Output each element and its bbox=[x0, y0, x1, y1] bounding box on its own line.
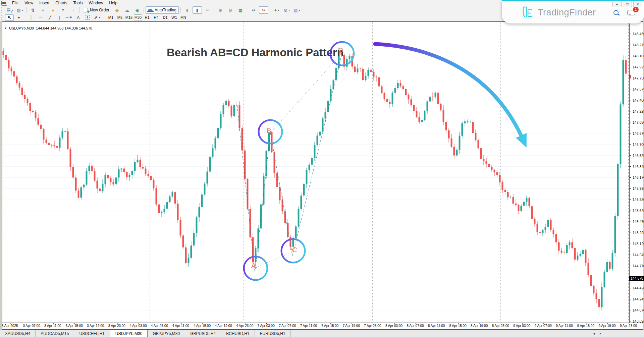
toolbar-separator bbox=[214, 7, 214, 13]
price-tick-label: 145.295 bbox=[633, 231, 644, 235]
trendline-button[interactable]: ╱ bbox=[46, 14, 54, 21]
profiles-button[interactable]: ▥ ▾ bbox=[15, 6, 24, 14]
zoom-in-icon: ⊕ bbox=[219, 8, 222, 12]
tab-timeframe-m1[interactable]: M1 bbox=[107, 14, 115, 20]
market-watch-button[interactable]: ⇅ bbox=[28, 6, 38, 14]
time-tick-label: 7 Apr 07:00 bbox=[279, 324, 296, 328]
tab-timeframe-w1[interactable]: W1 bbox=[170, 14, 178, 20]
zoom-in-button[interactable]: ⊕ bbox=[216, 6, 225, 14]
chart-shift-button[interactable]: ↪ bbox=[259, 6, 268, 14]
time-tick-label: 4 Apr 19:00 bbox=[215, 324, 232, 328]
line-chart-button[interactable]: ≈ bbox=[203, 6, 212, 14]
tab-gbpusd[interactable]: GBPUSDb,H4 bbox=[185, 330, 221, 337]
tab-bchusd[interactable]: BCHUSD,H1 bbox=[221, 330, 255, 337]
minimize-button[interactable]: – bbox=[612, 1, 622, 7]
restore-button[interactable]: □ bbox=[623, 1, 632, 7]
horizontal-line-button[interactable]: ─ bbox=[36, 14, 45, 21]
close-button[interactable]: × bbox=[633, 1, 642, 7]
price-tick-label: 144.770 bbox=[633, 264, 644, 268]
tab-usdchf[interactable]: USDCHFb,H1 bbox=[74, 330, 110, 337]
text-tool-button[interactable]: A bbox=[74, 14, 83, 21]
menu-insert[interactable]: Insert bbox=[36, 0, 52, 6]
tile-windows-button[interactable]: ▦ bbox=[236, 6, 245, 14]
app-icon bbox=[1, 1, 7, 6]
menu-file[interactable]: File bbox=[9, 0, 21, 6]
menu-charts[interactable]: Charts bbox=[52, 0, 70, 6]
price-tick-label: 147.400 bbox=[633, 98, 644, 102]
price-tick-label: 145.820 bbox=[633, 198, 644, 202]
autotrading-button[interactable]: AutoTrading bbox=[146, 6, 179, 14]
toolbar-separator bbox=[247, 7, 247, 13]
navigator-button[interactable]: ★ bbox=[48, 6, 58, 14]
tab-audcad[interactable]: AUDCADb,M15 bbox=[36, 330, 74, 337]
terminal-button[interactable]: ≡ bbox=[58, 6, 68, 14]
tab-timeframe-m5[interactable]: M5 bbox=[116, 14, 124, 20]
pattern-point-label-c: C bbox=[292, 246, 297, 254]
new-chart-button[interactable]: ▤+ ▾ bbox=[5, 6, 14, 14]
price-tick-label: 146.170 bbox=[633, 175, 644, 179]
time-tick-label: 9 Apr 03:00 bbox=[513, 324, 530, 328]
price-tick-label: 147.050 bbox=[633, 120, 644, 124]
text-label-button[interactable]: T bbox=[83, 14, 92, 21]
data-window-icon: + bbox=[42, 8, 44, 12]
channel-button[interactable]: ∥ bbox=[55, 14, 64, 21]
tab-scroll-left[interactable]: ◂ bbox=[593, 332, 595, 335]
time-tick-label: 4 Apr 07:00 bbox=[151, 324, 168, 328]
periods-button[interactable]: ⊙ ▾ bbox=[282, 6, 291, 14]
time-tick-label: 8 Apr 19:00 bbox=[471, 324, 488, 328]
toolbar-separator bbox=[144, 7, 144, 13]
tab-gbpjpy[interactable]: GBPJPYb,M30 bbox=[148, 330, 185, 337]
tab-usdjpy-active[interactable]: USDJPYb,M30 bbox=[110, 330, 148, 337]
menu-tools[interactable]: Tools bbox=[70, 0, 86, 6]
navigator-icon: ★ bbox=[51, 8, 55, 12]
price-tick-label: 148.100 bbox=[633, 54, 644, 58]
price-tick-label: 147.750 bbox=[633, 76, 644, 80]
market-button[interactable]: ☁ bbox=[122, 6, 132, 14]
tab-timeframe-h4[interactable]: H4 bbox=[152, 14, 160, 20]
price-tick-label: 144.070 bbox=[633, 308, 644, 312]
auto-scroll-icon: ↦ bbox=[252, 8, 256, 12]
menu-view[interactable]: View bbox=[21, 0, 36, 6]
auto-scroll-button[interactable]: ↦ bbox=[249, 6, 258, 14]
tab-timeframe-m15[interactable]: M15 bbox=[125, 14, 133, 20]
candlestick-chart-button[interactable]: ▮ bbox=[193, 6, 202, 14]
menu-help[interactable]: Help bbox=[106, 0, 120, 6]
price-tick-label: 144.945 bbox=[633, 253, 644, 257]
time-tick-label: 4 Apr 03:00 bbox=[129, 324, 147, 328]
signals-button[interactable]: ◉ bbox=[132, 6, 142, 14]
indicators-button[interactable]: + ▾ bbox=[272, 6, 281, 14]
time-tick-label: 4 Apr 23:00 bbox=[236, 324, 253, 328]
new-order-icon: + bbox=[84, 8, 88, 12]
time-axis[interactable]: 3 Apr 20253 Apr 07:003 Apr 11:003 Apr 15… bbox=[2, 323, 644, 329]
tab-eurusd[interactable]: EURUSDb,H1 bbox=[255, 330, 291, 337]
toolbar-separator bbox=[26, 7, 26, 13]
price-tick-label: 147.925 bbox=[633, 65, 644, 69]
fibonacci-button[interactable]: ⋯F bbox=[64, 14, 73, 21]
tab-timeframe-m30[interactable]: M30 bbox=[134, 14, 142, 20]
strategy-tester-button[interactable]: ◔ bbox=[68, 6, 78, 14]
zoom-out-button[interactable]: ⊖ bbox=[226, 6, 235, 14]
tab-scroll-right[interactable]: ▸ bbox=[600, 332, 601, 335]
notifications[interactable]: 1 bbox=[627, 10, 635, 15]
data-window-button[interactable]: + bbox=[38, 6, 48, 14]
price-tick-label: 145.120 bbox=[633, 242, 644, 246]
cursor-tool-button[interactable]: ↖ bbox=[5, 14, 14, 21]
tab-timeframe-d1[interactable]: D1 bbox=[161, 14, 169, 20]
new-order-button[interactable]: + New Order bbox=[82, 6, 112, 14]
tab-xauusd[interactable]: XAUUSDb,H4 bbox=[0, 330, 36, 337]
time-tick-label: 8 Apr 03:00 bbox=[385, 324, 402, 328]
tab-timeframe-mn[interactable]: MN bbox=[179, 14, 187, 20]
arrows-tool-button[interactable]: ⇗ ▾ bbox=[93, 14, 101, 21]
autotrading-label: AutoTrading bbox=[155, 8, 176, 12]
templates-button[interactable]: ▧ ▾ bbox=[292, 6, 302, 14]
tab-timeframe-h1[interactable]: H1 bbox=[143, 14, 151, 20]
pattern-point-label-d: D bbox=[338, 46, 343, 54]
crosshair-tool-button[interactable]: + bbox=[14, 14, 23, 21]
collapse-icon[interactable]: ▼ bbox=[4, 27, 7, 30]
bar-chart-button[interactable]: ||| bbox=[182, 6, 192, 14]
search-icon[interactable] bbox=[613, 10, 619, 15]
vertical-line-button[interactable]: │ bbox=[27, 14, 36, 21]
menu-window[interactable]: Window bbox=[86, 0, 106, 6]
chart-area[interactable] bbox=[2, 21, 643, 330]
metaeditor-button[interactable]: ◆ bbox=[112, 6, 122, 14]
